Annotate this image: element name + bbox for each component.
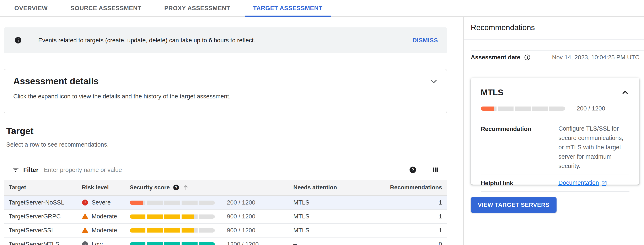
dismiss-button[interactable]: DISMISS (412, 35, 439, 46)
svg-text:?: ? (412, 167, 414, 172)
assessment-details-card: Assessment details Click the expand icon… (4, 69, 447, 113)
documentation-link[interactable]: Documentation (558, 178, 607, 188)
panel-divider (463, 17, 464, 245)
risk-level-cell: Moderate (82, 227, 130, 234)
table-body: TargetServer-NoSSL Severe 200 / 1200 MTL… (4, 196, 447, 245)
recommendations-count: 1 (380, 227, 442, 234)
view-target-servers-button[interactable]: VIEW TARGET SERVERS (471, 197, 556, 213)
severe-risk-icon (82, 199, 88, 206)
recommendations-count: 1 (380, 199, 442, 206)
info-icon (14, 37, 22, 44)
external-link-icon (601, 180, 607, 186)
toolbar-divider (424, 165, 424, 175)
sort-ascending-icon[interactable] (182, 184, 189, 191)
filter-input[interactable] (44, 167, 409, 173)
tab-proxy-assessment[interactable]: PROXY ASSESSMENT (156, 0, 238, 16)
security-score-value: 900 / 1200 (218, 227, 284, 234)
tab-label: PROXY ASSESSMENT (164, 5, 230, 12)
security-score-bar (130, 201, 218, 205)
needs-attention-value: MTLS (284, 227, 380, 234)
risk-level-cell: Severe (82, 199, 130, 206)
security-score-value: 200 / 1200 (218, 199, 284, 206)
tab-source-assessment[interactable]: SOURCE ASSESSMENT (62, 0, 150, 16)
moderate-risk-icon (82, 227, 88, 234)
target-section-subtitle: Select a row to see recommendations. (6, 141, 109, 148)
needs-attention-value: MTLS (284, 199, 380, 206)
low-risk-icon (82, 241, 88, 245)
recommendations-count: 0 (380, 241, 442, 245)
chevron-down-icon[interactable] (429, 77, 438, 86)
target-name: TargetServerSSL (9, 227, 82, 234)
column-settings-icon[interactable] (432, 166, 439, 174)
security-score-value: 900 / 1200 (218, 213, 284, 220)
security-score-bar (130, 215, 218, 219)
column-header-attention: Needs attention (284, 184, 380, 191)
tab-label: SOURCE ASSESSMENT (71, 5, 142, 12)
target-name: TargetServer-NoSSL (9, 199, 82, 206)
help-icon[interactable]: ? (409, 166, 416, 173)
recommendation-card-title: MTLS (481, 88, 503, 97)
column-header-target: Target (9, 184, 82, 191)
table-header: Target Risk level Security score ? Needs… (4, 180, 447, 196)
filter-icon[interactable] (12, 166, 20, 174)
chevron-up-icon[interactable] (621, 88, 630, 97)
column-header-score[interactable]: Security score ? (130, 184, 218, 191)
recommendation-text: Configure TLS/SSL for secure communicati… (558, 124, 630, 171)
tab-target-assessment[interactable]: TARGET ASSESSMENT (245, 0, 331, 16)
moderate-risk-icon (82, 213, 88, 220)
recommendations-panel-title: Recommendations (471, 23, 535, 32)
filter-toolbar: Filter ? (4, 160, 447, 180)
target-section-title: Target (6, 126, 109, 136)
panel-title-divider (464, 39, 644, 40)
info-outline-icon[interactable] (524, 54, 530, 61)
recommendation-card: MTLS 200 / 1200 Recommendation Configure… (471, 78, 640, 185)
banner-message: Events related to targets (create, updat… (38, 37, 412, 44)
target-table: Filter ? Target Risk level Security scor… (4, 160, 447, 245)
tab-overview[interactable]: OVERVIEW (6, 0, 56, 16)
risk-label: Low (92, 241, 102, 245)
risk-label: Severe (92, 199, 111, 206)
column-header-risk: Risk level (82, 184, 130, 191)
needs-attention-value: – (284, 241, 380, 245)
help-icon[interactable]: ? (173, 184, 179, 191)
table-row[interactable]: TargetServerGRPC Moderate 900 / 1200 MTL… (4, 210, 447, 224)
target-name: TargetServerGRPC (9, 213, 82, 220)
recommendations-count: 1 (380, 213, 442, 220)
assessment-date-label: Assessment date (471, 54, 520, 61)
target-name: TargetServerMTLS (9, 241, 82, 245)
assessment-details-title: Assessment details (13, 76, 438, 86)
table-row[interactable]: TargetServerMTLS Low 1200 / 1200 – 0 (4, 238, 447, 245)
card-score-value: 200 / 1200 (577, 105, 605, 112)
risk-label: Moderate (92, 227, 117, 234)
assessment-tabbar: OVERVIEW SOURCE ASSESSMENT PROXY ASSESSM… (0, 0, 644, 17)
table-row[interactable]: TargetServer-NoSSL Severe 200 / 1200 MTL… (4, 196, 447, 210)
risk-level-cell: Low (82, 241, 130, 245)
helpful-link-label: Helpful link (481, 178, 558, 188)
tab-label: OVERVIEW (14, 5, 48, 12)
svg-text:?: ? (175, 185, 177, 190)
security-score-bar (130, 242, 218, 245)
security-score-bar (130, 228, 218, 233)
security-score-value: 1200 / 1200 (218, 241, 284, 245)
recommendation-label: Recommendation (481, 124, 558, 171)
needs-attention-value: MTLS (284, 213, 380, 220)
tab-label: TARGET ASSESSMENT (253, 5, 322, 12)
info-banner: Events related to targets (create, updat… (4, 27, 447, 53)
assessment-date-row: Assessment date Nov 14, 2023, 10:04:25 P… (471, 50, 644, 64)
risk-label: Moderate (92, 213, 117, 220)
table-row[interactable]: TargetServerSSL Moderate 900 / 1200 MTLS… (4, 224, 447, 238)
assessment-date-value: Nov 14, 2023, 10:04:25 PM UTC (530, 54, 644, 61)
card-score-bar (481, 106, 565, 111)
risk-level-cell: Moderate (82, 213, 130, 220)
assessment-details-description: Click the expand icon to view the detail… (13, 93, 438, 100)
column-header-recommendations: Recommendations (380, 184, 442, 191)
filter-label[interactable]: Filter (23, 166, 38, 173)
